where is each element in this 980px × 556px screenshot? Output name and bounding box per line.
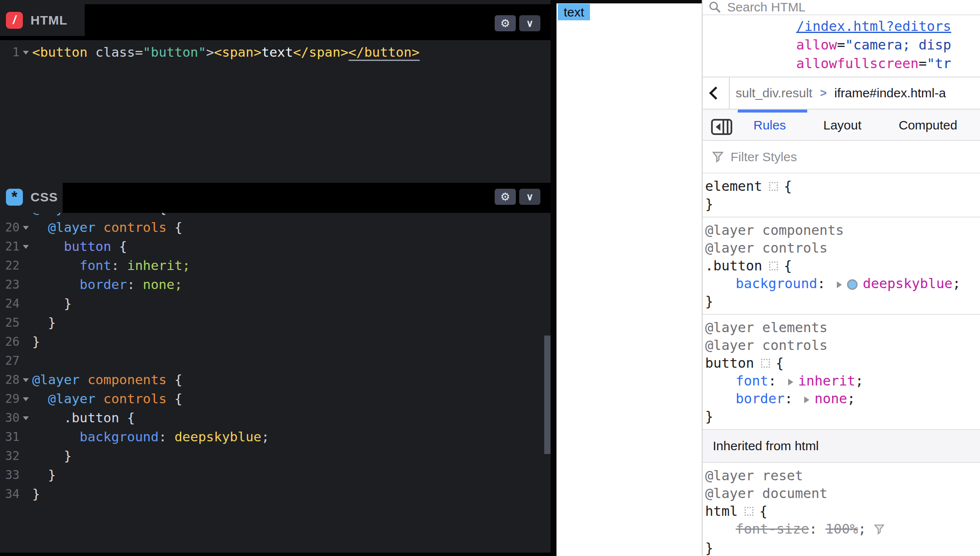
at-layer-line: @layer elements — [705, 319, 980, 336]
property-value[interactable]: none — [814, 391, 847, 407]
open-brace: { — [759, 503, 767, 519]
expander-arrow-icon[interactable] — [788, 379, 793, 385]
tab-layout[interactable]: Layout — [823, 110, 861, 141]
breadcrumb-divider — [729, 77, 730, 110]
css-collapse-button[interactable]: ∨ — [519, 189, 540, 205]
fold-arrow-icon[interactable] — [19, 218, 32, 237]
token-tagu: </button> — [349, 44, 420, 61]
expander-arrow-icon[interactable] — [804, 396, 809, 403]
breadcrumb-item-iframe[interactable]: iframe#index.html-a — [834, 86, 946, 100]
expander-arrow-icon[interactable] — [837, 281, 842, 288]
code-line[interactable]: 19@layer elements { — [0, 213, 551, 218]
fold-gutter — [19, 275, 32, 294]
html-tab-label: HTML — [30, 13, 67, 28]
css-declaration[interactable]: border: none; — [705, 390, 980, 407]
code-text: background: deepskyblue; — [32, 427, 269, 446]
colon: : — [768, 373, 785, 389]
css-tab[interactable]: * CSS — [0, 181, 69, 213]
css-editor-scrollbar[interactable] — [544, 336, 551, 454]
selector-line: button{ — [705, 354, 980, 372]
property-name[interactable]: font-size — [736, 521, 809, 537]
property-name[interactable]: background — [736, 275, 817, 292]
tab-computed[interactable]: Computed — [899, 110, 957, 141]
code-line[interactable]: 27 — [0, 351, 551, 370]
property-value[interactable]: 100% — [825, 521, 858, 537]
code-line[interactable]: 29 @layer controls { — [0, 389, 551, 408]
code-line[interactable]: 20 @layer controls { — [0, 218, 551, 237]
css-settings-button[interactable]: ⚙ — [495, 189, 516, 205]
fold-arrow-icon[interactable] — [19, 237, 32, 256]
collapse-sidebar-icon[interactable] — [711, 119, 732, 135]
code-line[interactable]: 32 } — [0, 446, 551, 465]
inherited-from-html-header: Inherited from html — [703, 430, 980, 463]
token-brace: { — [166, 372, 182, 387]
property-name[interactable]: font — [736, 373, 768, 389]
property-value[interactable]: deepskyblue — [863, 275, 952, 292]
code-line[interactable]: 26} — [0, 332, 551, 351]
css-editor[interactable]: 19@layer elements {20 @layer controls {2… — [0, 213, 551, 553]
overridden-filter-icon[interactable] — [874, 521, 885, 539]
code-line[interactable]: 31 background: deepskyblue; — [0, 427, 551, 446]
breadcrumb-back-button[interactable] — [703, 77, 729, 109]
at-layer-line: @layer reset — [705, 467, 980, 484]
preview-text-button[interactable]: text — [558, 4, 590, 20]
css-rule: element{} — [703, 173, 980, 217]
css-declaration[interactable]: font: inherit; — [705, 372, 980, 390]
rule-selector[interactable]: html — [705, 503, 738, 519]
markup-attribute-link[interactable]: /index.html?editors — [796, 18, 951, 34]
selector-highlighter-icon[interactable] — [761, 359, 770, 368]
markup-line[interactable]: /index.html?editors — [796, 17, 980, 36]
code-line[interactable]: 30 .button { — [0, 408, 551, 427]
breadcrumb-item-result-div[interactable]: sult_div.result — [736, 86, 812, 100]
search-html-row[interactable]: Search HTML — [703, 0, 980, 15]
fold-arrow-icon[interactable] — [19, 213, 32, 218]
fold-arrow-icon[interactable] — [19, 43, 32, 62]
token-atkw: @layer — [48, 391, 95, 406]
html-editor[interactable]: 1<button class="button"><span>text</span… — [0, 36, 551, 181]
code-text: } — [32, 446, 72, 465]
fold-arrow-icon[interactable] — [19, 408, 32, 427]
css-declaration[interactable]: font-size: 100%; — [705, 520, 980, 539]
markup-text: = — [837, 37, 845, 53]
code-line[interactable]: 25 } — [0, 313, 551, 332]
code-line[interactable]: 22 font: inherit; — [0, 256, 551, 275]
token-lname: controls — [103, 391, 166, 406]
html-settings-button[interactable]: ⚙ — [495, 15, 516, 31]
token-prop: border — [80, 277, 127, 292]
selector-highlighter-icon[interactable] — [745, 507, 753, 516]
markup-line[interactable]: allowfullscreen="tr — [796, 54, 980, 73]
rule-selector[interactable]: button — [705, 355, 754, 371]
code-line[interactable]: 24 } — [0, 294, 551, 313]
css-declaration[interactable]: background: deepskyblue; — [705, 275, 980, 292]
selector-highlighter-icon[interactable] — [769, 182, 778, 191]
tab-rules[interactable]: Rules — [753, 110, 786, 141]
editor-preview-divider[interactable] — [551, 0, 556, 556]
selector-highlighter-icon[interactable] — [769, 261, 778, 270]
code-line[interactable]: 23 border: none; — [0, 275, 551, 294]
filter-styles-row[interactable]: Filter Styles — [703, 141, 980, 173]
markup-view[interactable]: /index.html?editorsallow="camera; dispal… — [703, 15, 980, 77]
code-line[interactable]: 33 } — [0, 465, 551, 484]
filter-funnel-icon — [712, 151, 724, 163]
fold-arrow-icon[interactable] — [19, 370, 32, 389]
markup-line[interactable]: ="" allow f — [796, 73, 980, 77]
property-value[interactable]: inherit — [798, 373, 855, 389]
fold-arrow-icon[interactable] — [19, 389, 32, 408]
token-tag: </span> — [293, 44, 349, 60]
rule-selector[interactable]: .button — [705, 258, 762, 274]
code-line[interactable]: 34} — [0, 484, 551, 504]
breadcrumb-separator-icon: > — [820, 87, 827, 100]
color-swatch[interactable] — [847, 279, 858, 290]
html-collapse-button[interactable]: ∨ — [519, 15, 540, 31]
line-number: 27 — [0, 351, 19, 370]
html-editor-panel: / HTML ⚙ ∨ 1<button class="button"><span… — [0, 0, 551, 181]
html-tab[interactable]: / HTML — [0, 4, 85, 36]
code-line[interactable]: 28@layer components { — [0, 370, 551, 389]
property-name[interactable]: border — [736, 391, 785, 407]
css-editor-panel: * CSS ⚙ ∨ 19@layer elements {20 @layer c… — [0, 181, 551, 553]
markup-line[interactable]: allow="camera; disp — [796, 36, 980, 54]
code-line[interactable]: 21 button { — [0, 237, 551, 256]
code-line[interactable]: 1<button class="button"><span>text</span… — [0, 43, 551, 62]
rule-selector[interactable]: element — [705, 178, 762, 194]
line-number: 19 — [0, 213, 19, 218]
